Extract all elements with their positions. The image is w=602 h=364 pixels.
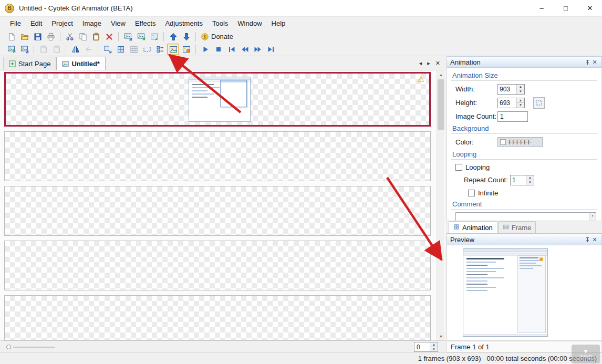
close-button[interactable]: ✕ [578, 0, 602, 16]
spinner-up-icon[interactable]: ▲ [430, 342, 438, 347]
save-frame-image-button[interactable] [18, 44, 30, 55]
zoom-slider-track[interactable] [13, 347, 55, 348]
new-file-button[interactable] [5, 31, 17, 43]
copy-button[interactable] [77, 31, 89, 43]
width-spinner-buttons[interactable]: ▲▼ [516, 85, 524, 94]
spinner-down-icon[interactable]: ▼ [430, 347, 438, 351]
infinite-checkbox[interactable] [468, 190, 475, 196]
menu-image[interactable]: Image [78, 17, 106, 30]
move-frame-down-button[interactable] [180, 31, 192, 43]
shift-frames-button[interactable] [82, 44, 95, 55]
frame-row-2[interactable] [4, 131, 431, 181]
menu-help[interactable]: Help [267, 17, 290, 30]
cut-button[interactable] [64, 31, 76, 43]
frame-list-button[interactable] [154, 44, 166, 55]
close-tab-icon[interactable]: ✕ [435, 60, 440, 67]
width-spinner[interactable]: 903 ▲▼ [497, 84, 525, 95]
paste-button[interactable] [90, 31, 102, 43]
menu-adjustments[interactable]: Adjustments [160, 17, 207, 30]
repeat-count-spinner-buttons[interactable]: ▲▼ [526, 175, 534, 185]
frame-row-3[interactable] [4, 186, 431, 236]
scrollbar-down-icon[interactable]: ▼ [437, 332, 445, 340]
image-count-field[interactable]: 1 [497, 111, 528, 122]
delete-button[interactable] [103, 31, 115, 43]
flip-horizontal-button[interactable] [69, 44, 81, 55]
window-controls: – □ ✕ [530, 0, 602, 16]
scroll-tabs-right-icon[interactable]: ▸ [427, 60, 430, 67]
toggle-grid-button[interactable] [128, 44, 140, 55]
close-panel-icon[interactable]: ✕ [591, 59, 598, 66]
minimize-button[interactable]: – [530, 0, 554, 16]
animation-tab-icon [453, 224, 460, 232]
save-button[interactable] [32, 31, 44, 43]
animation-panel-title: Animation [450, 58, 584, 66]
export-animation-button[interactable] [148, 31, 160, 43]
paste-as-new-frame-button[interactable] [37, 44, 49, 55]
move-frame-up-button[interactable] [167, 31, 179, 43]
print-button[interactable] [45, 31, 57, 43]
paste-replace-frame-button[interactable] [50, 44, 63, 55]
height-spinner[interactable]: 693 ▲▼ [497, 98, 525, 108]
toolbar-separator [66, 45, 66, 54]
comment-scroll-up-icon[interactable]: ▲ [589, 213, 596, 219]
delete-icon [105, 33, 113, 41]
grid-icon [130, 45, 138, 54]
height-spinner-buttons[interactable]: ▲▼ [516, 98, 524, 108]
new-file-icon [7, 33, 16, 41]
menu-project[interactable]: Project [47, 17, 77, 30]
comment-field[interactable]: ▲▼ [455, 212, 596, 221]
panel-tab-bar: Animation Frame [447, 221, 602, 234]
next-frame-button[interactable] [252, 44, 264, 55]
tab-start-page[interactable]: Start Page [3, 57, 56, 70]
extract-frames-button[interactable] [135, 31, 147, 43]
add-frames-button[interactable] [122, 31, 134, 43]
toolbar-separator [60, 32, 60, 41]
tab-frame[interactable]: Frame [498, 221, 536, 233]
open-file-button[interactable] [18, 31, 30, 43]
zoom-slider-handle[interactable] [6, 345, 11, 349]
close-panel-icon[interactable]: ✕ [591, 236, 598, 243]
frame-properties-button[interactable] [167, 44, 179, 55]
frame-index-spinner[interactable]: 0 ▲▼ [414, 342, 438, 352]
background-color-picker[interactable]: FFFFFF [497, 137, 543, 147]
maximize-button[interactable]: □ [554, 0, 578, 16]
maintain-aspect-ratio-button[interactable] [533, 97, 545, 109]
frames-scrollbar[interactable]: ▲ ▼ [437, 71, 444, 340]
pin-icon[interactable] [584, 237, 591, 243]
tab-animation[interactable]: Animation [449, 221, 497, 233]
first-frame-icon [227, 45, 236, 54]
frame-row-1-selected[interactable]: ⚠ [4, 72, 431, 127]
repeat-count-spinner[interactable]: 1 ▲▼ [510, 175, 534, 185]
selection-button[interactable] [141, 44, 153, 55]
resize-animation-button[interactable] [101, 44, 113, 55]
frame-row-4[interactable] [4, 241, 431, 290]
animated-preview-button[interactable] [180, 44, 192, 55]
pin-icon[interactable] [584, 59, 591, 65]
menu-window[interactable]: Window [233, 17, 266, 30]
canvas-size-button[interactable] [115, 44, 127, 55]
site-watermark: ▼ 下载吧 [572, 345, 600, 363]
scroll-tabs-left-icon[interactable]: ◂ [419, 60, 422, 67]
title-bar: B Untitled - Cyotek Gif Animator (BETA) … [0, 0, 602, 17]
first-frame-button[interactable] [225, 44, 237, 55]
scrollbar-up-icon[interactable]: ▲ [437, 71, 445, 79]
frame-index-value: 0 [414, 342, 430, 351]
play-button[interactable] [199, 44, 211, 55]
tab-untitled[interactable]: Untitled* [56, 57, 105, 70]
frame-row-5[interactable] [4, 295, 431, 340]
scrollbar-thumb[interactable] [438, 79, 444, 130]
menu-view[interactable]: View [106, 17, 130, 30]
stop-button[interactable] [212, 44, 224, 55]
menu-effects[interactable]: Effects [130, 17, 161, 30]
menu-tools[interactable]: Tools [207, 17, 233, 30]
menu-file[interactable]: File [5, 17, 26, 30]
last-frame-button[interactable] [265, 44, 277, 55]
looping-checkbox-label: Looping [465, 163, 490, 171]
menu-edit[interactable]: Edit [26, 17, 47, 30]
copy-frame-image-button[interactable] [5, 44, 17, 55]
comment-scrollbar[interactable]: ▲▼ [589, 213, 596, 221]
looping-checkbox[interactable] [455, 164, 462, 171]
frame-index-spinner-buttons[interactable]: ▲▼ [430, 342, 438, 351]
donate-button[interactable]: Donate [199, 31, 236, 43]
previous-frame-button[interactable] [238, 44, 251, 55]
